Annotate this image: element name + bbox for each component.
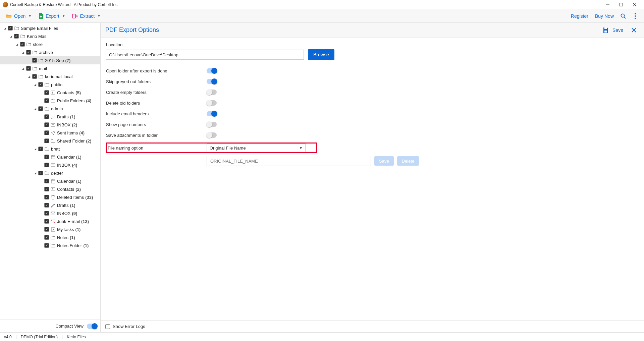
- tree-node[interactable]: Drafts (1): [0, 113, 100, 121]
- option-toggle-skip-grey[interactable]: [207, 79, 217, 84]
- collapse-icon[interactable]: ◢: [3, 27, 7, 30]
- save-icon[interactable]: [600, 25, 611, 36]
- tree-node[interactable]: ◢archive: [0, 48, 100, 56]
- extract-menu[interactable]: Extract ▼: [69, 11, 104, 21]
- option-toggle-open-after[interactable]: [207, 68, 217, 73]
- option-toggle-delete-old[interactable]: [207, 100, 217, 106]
- search-icon[interactable]: [617, 10, 629, 22]
- tree-checkbox[interactable]: [44, 203, 49, 208]
- close-panel-icon[interactable]: [629, 25, 639, 36]
- tree-checkbox[interactable]: [44, 138, 49, 143]
- tree-checkbox[interactable]: [26, 50, 31, 55]
- open-menu[interactable]: Open ▼: [3, 11, 35, 21]
- tree-checkbox[interactable]: [32, 58, 37, 63]
- tree-node[interactable]: Junk E-mail (12): [0, 217, 100, 225]
- tree-node[interactable]: Contacts (2): [0, 185, 100, 193]
- browse-button[interactable]: Browse: [308, 49, 334, 60]
- file-naming-select[interactable]: Original File Name ▼: [207, 144, 306, 152]
- collapse-icon[interactable]: ◢: [9, 35, 13, 38]
- tree-node[interactable]: Shared Folder (2): [0, 137, 100, 145]
- minimize-button[interactable]: [601, 0, 614, 9]
- tree-checkbox[interactable]: [32, 74, 37, 79]
- export-menu[interactable]: Export ▼: [35, 11, 68, 21]
- tree-checkbox[interactable]: [44, 163, 49, 167]
- close-button[interactable]: [628, 0, 641, 9]
- tree-node[interactable]: ◢mail: [0, 64, 100, 72]
- tree-node[interactable]: ◢keriomail.local: [0, 72, 100, 80]
- show-error-logs-checkbox[interactable]: [105, 324, 110, 329]
- tree-checkbox[interactable]: [14, 34, 19, 39]
- tree-count: (1): [70, 235, 75, 240]
- tree-checkbox[interactable]: [44, 195, 49, 200]
- tree-node[interactable]: Notes (1): [0, 233, 100, 241]
- option-toggle-headers[interactable]: [207, 111, 217, 116]
- buy-now-link[interactable]: Buy Now: [592, 11, 617, 21]
- tree-checkbox[interactable]: [44, 211, 49, 216]
- option-toggle-page-nums[interactable]: [207, 122, 217, 127]
- tree-checkbox[interactable]: [44, 90, 49, 95]
- collapse-icon[interactable]: ◢: [33, 107, 38, 110]
- tree-checkbox[interactable]: [38, 82, 43, 87]
- tree-checkbox[interactable]: [44, 179, 49, 183]
- tree-checkbox[interactable]: [44, 98, 49, 103]
- pattern-save-button[interactable]: Save: [374, 156, 394, 166]
- tree-checkbox[interactable]: [38, 171, 43, 175]
- tree-checkbox[interactable]: [44, 235, 49, 240]
- tree-node[interactable]: ◢dexter: [0, 169, 100, 177]
- tree-checkbox[interactable]: [44, 227, 49, 232]
- maximize-button[interactable]: [614, 0, 628, 9]
- tree-node[interactable]: ◢admin: [0, 105, 100, 113]
- tree-node[interactable]: ◢store: [0, 40, 100, 48]
- collapse-icon[interactable]: ◢: [21, 67, 25, 70]
- save-link[interactable]: Save: [612, 27, 623, 33]
- collapse-icon[interactable]: ◢: [27, 75, 32, 78]
- collapse-icon[interactable]: ◢: [33, 172, 38, 175]
- pattern-delete-button[interactable]: Delete: [397, 156, 419, 166]
- tree-node[interactable]: Calendar (1): [0, 177, 100, 185]
- tree-checkbox[interactable]: [20, 42, 25, 47]
- tree-node[interactable]: MyTasks (1): [0, 225, 100, 233]
- tree-checkbox[interactable]: [44, 187, 49, 191]
- tree-node[interactable]: Contacts (5): [0, 89, 100, 97]
- chevron-down-icon: ▼: [299, 146, 303, 150]
- tree-node[interactable]: ◢Kerio Mail: [0, 32, 100, 40]
- option-toggle-attachments[interactable]: [207, 132, 217, 138]
- compact-view-toggle[interactable]: [87, 324, 97, 329]
- tree-node[interactable]: Public Folders (4): [0, 97, 100, 105]
- tree-checkbox[interactable]: [26, 66, 31, 71]
- tree-node[interactable]: ◢Sample Email Files: [0, 24, 100, 32]
- tree-node[interactable]: Calendar (1): [0, 153, 100, 161]
- tree-checkbox[interactable]: [44, 122, 49, 127]
- tree-node[interactable]: INBOX (9): [0, 209, 100, 217]
- tree-checkbox[interactable]: [38, 147, 43, 151]
- collapse-icon[interactable]: ◢: [33, 83, 38, 86]
- collapse-icon[interactable]: ◢: [15, 43, 19, 46]
- tree-node[interactable]: ◢public: [0, 80, 100, 89]
- tree-node[interactable]: INBOX (2): [0, 121, 100, 129]
- tree-checkbox[interactable]: [38, 106, 43, 111]
- tree-node[interactable]: Notes Folder (1): [0, 241, 100, 249]
- tree-node[interactable]: ◢brett: [0, 145, 100, 153]
- collapse-icon[interactable]: ◢: [21, 51, 25, 54]
- collapse-icon[interactable]: ◢: [33, 148, 38, 151]
- tree-checkbox[interactable]: [44, 130, 49, 135]
- tree-node[interactable]: Deleted Items (33): [0, 193, 100, 201]
- compact-view-label: Compact View: [55, 324, 84, 329]
- tree-checkbox[interactable]: [44, 243, 49, 248]
- option-toggle-empty[interactable]: [207, 90, 217, 95]
- tree-checkbox[interactable]: [8, 26, 13, 31]
- tree-node[interactable]: Drafts (1): [0, 201, 100, 209]
- tree-node[interactable]: INBOX (4): [0, 161, 100, 169]
- folder-tree[interactable]: ◢Sample Email Files◢Kerio Mail◢store◢arc…: [0, 23, 100, 320]
- tree-checkbox[interactable]: [44, 114, 49, 119]
- more-menu-icon[interactable]: [629, 10, 641, 22]
- tree-node[interactable]: Sent Items (4): [0, 129, 100, 137]
- tree-label: store: [33, 42, 43, 47]
- tree-checkbox[interactable]: [44, 155, 49, 159]
- tree-checkbox[interactable]: [44, 219, 49, 224]
- filename-pattern-input[interactable]: [207, 156, 371, 166]
- tree-node[interactable]: 2015-Sep (7): [0, 56, 100, 64]
- register-link[interactable]: Register: [568, 11, 592, 21]
- location-input[interactable]: [106, 50, 304, 60]
- open-label: Open: [14, 13, 25, 19]
